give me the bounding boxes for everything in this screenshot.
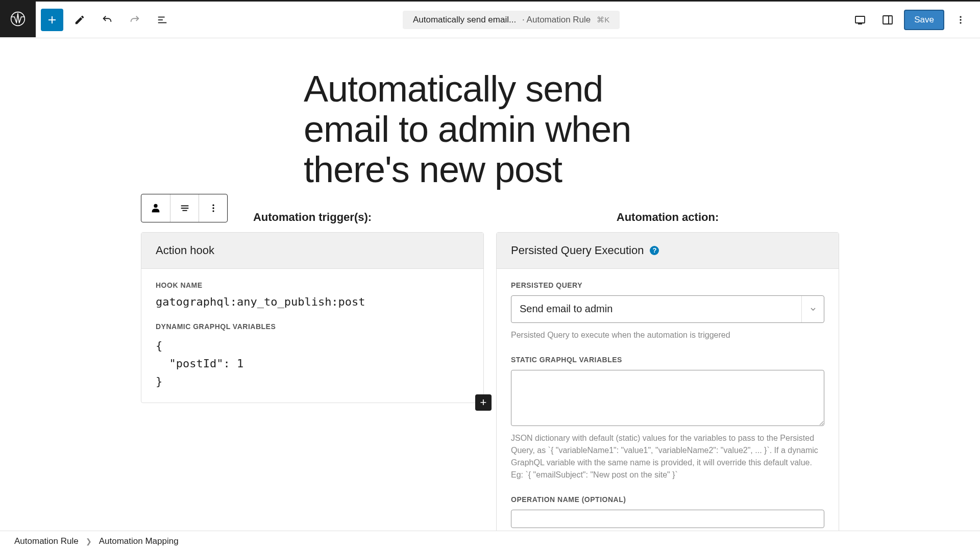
wordpress-logo[interactable] [0, 1, 36, 37]
svg-rect-4 [855, 16, 865, 23]
breadcrumb: Automation Rule ❯ Automation Mapping [0, 531, 980, 551]
persisted-query-select[interactable]: Send email to admin [511, 295, 824, 323]
svg-point-16 [212, 210, 214, 212]
svg-rect-12 [181, 208, 188, 209]
svg-rect-3 [158, 22, 167, 23]
svg-point-9 [960, 22, 961, 23]
dynamic-vars-value[interactable]: { "postId": 1 } [156, 337, 469, 391]
svg-point-14 [212, 205, 214, 206]
action-card: Persisted Query Execution ? PERSISTED QU… [496, 232, 839, 531]
chevron-down-icon [801, 296, 824, 322]
block-more-button[interactable] [199, 194, 227, 222]
svg-rect-1 [158, 16, 165, 17]
document-type: · Automation Rule [522, 15, 591, 25]
redo-button[interactable] [124, 9, 146, 31]
svg-point-10 [154, 204, 157, 208]
editor-header: Automatically send email... · Automation… [0, 2, 980, 38]
help-icon[interactable]: ? [650, 246, 659, 255]
chevron-right-icon: ❯ [86, 537, 92, 545]
persisted-query-value: Send email to admin [511, 303, 801, 315]
trigger-card: Action hook HOOK NAME gatographql:any_to… [141, 232, 484, 404]
persisted-query-label: PERSISTED QUERY [511, 281, 824, 289]
save-button[interactable]: Save [904, 10, 944, 30]
svg-point-7 [960, 16, 961, 17]
trigger-card-header: Action hook [141, 233, 483, 269]
document-title-bar[interactable]: Automatically send email... · Automation… [403, 11, 620, 29]
breadcrumb-item[interactable]: Automation Rule [14, 536, 79, 546]
options-menu-button[interactable] [949, 9, 972, 31]
block-inserter-button[interactable] [41, 9, 63, 31]
edit-mode-button[interactable] [68, 9, 91, 31]
settings-sidebar-button[interactable] [876, 9, 899, 31]
dynamic-vars-label: DYNAMIC GRAPHQL VARIABLES [156, 322, 469, 331]
action-card-header: Persisted Query Execution ? [497, 233, 839, 269]
breadcrumb-item[interactable]: Automation Mapping [99, 536, 179, 546]
document-overview-button[interactable] [151, 9, 174, 31]
block-type-button[interactable] [141, 194, 170, 222]
svg-point-8 [960, 19, 961, 20]
persisted-query-help: Persisted Query to execute when the auto… [511, 329, 824, 341]
view-button[interactable] [849, 9, 871, 31]
page-title[interactable]: Automatically send email to admin when t… [304, 69, 681, 190]
action-section-title: Automation action: [496, 211, 839, 224]
svg-point-15 [212, 207, 214, 209]
document-title: Automatically send email... [413, 15, 516, 25]
command-shortcut: ⌘K [597, 15, 609, 24]
hook-name-label: HOOK NAME [156, 281, 469, 289]
block-toolbar [141, 194, 228, 222]
svg-rect-2 [158, 19, 163, 20]
hook-name-value[interactable]: gatographql:any_to_publish:post [156, 295, 469, 308]
svg-rect-13 [182, 210, 187, 211]
operation-name-label: OPERATION NAME (OPTIONAL) [511, 495, 824, 504]
add-trigger-button[interactable]: + [475, 394, 492, 411]
static-vars-input[interactable] [511, 370, 824, 426]
svg-rect-11 [181, 206, 188, 207]
operation-name-input[interactable] [511, 510, 824, 528]
static-vars-label: STATIC GRAPHQL VARIABLES [511, 356, 824, 364]
svg-rect-5 [883, 16, 892, 24]
block-align-button[interactable] [170, 194, 199, 222]
undo-button[interactable] [96, 9, 118, 31]
static-vars-help: JSON dictionary with default (static) va… [511, 432, 824, 481]
action-card-title: Persisted Query Execution [511, 244, 644, 257]
